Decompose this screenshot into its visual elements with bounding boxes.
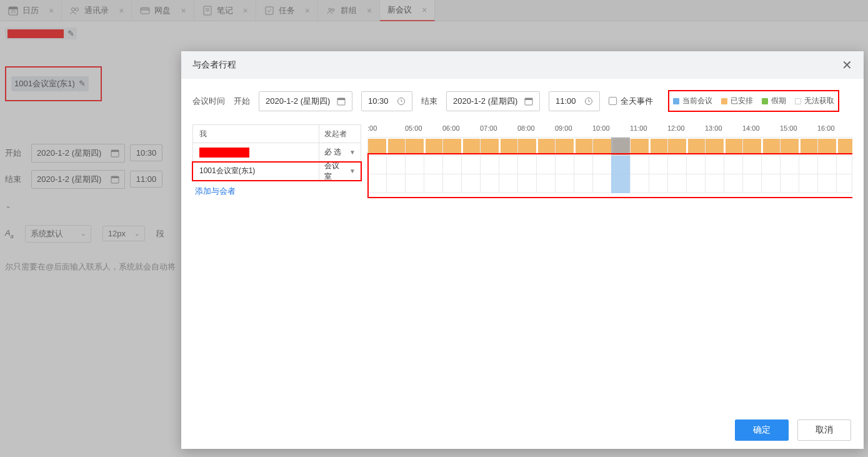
grid-cell bbox=[742, 156, 761, 174]
legend-holiday: 假期 bbox=[762, 96, 786, 106]
grid-cell bbox=[592, 139, 611, 154]
chevron-down-icon[interactable]: ▼ bbox=[349, 168, 356, 174]
grid-cell bbox=[574, 139, 592, 154]
grid-cell bbox=[424, 174, 442, 193]
col-role: 发起者 bbox=[319, 125, 361, 143]
grid-cell bbox=[574, 156, 592, 174]
redacted-name bbox=[199, 148, 249, 158]
time-header: :0005:0006:0007:0008:0009:0010:0011:0012… bbox=[367, 124, 852, 137]
grid-cell bbox=[817, 174, 836, 193]
chevron-down-icon[interactable]: ▼ bbox=[349, 149, 356, 156]
grid-cell bbox=[386, 139, 405, 154]
role-label: 会议室 bbox=[324, 161, 346, 182]
ok-button[interactable]: 确定 bbox=[735, 419, 789, 441]
grid-cell bbox=[536, 156, 555, 174]
modal-end-date[interactable]: 2020-1-2 (星期四) bbox=[446, 91, 540, 111]
schedule-row-organizer bbox=[367, 137, 852, 156]
grid-cell bbox=[799, 156, 817, 174]
grid-cell bbox=[836, 156, 852, 174]
attendee-row-organizer[interactable]: 必 选 ▼ bbox=[192, 143, 361, 162]
swatch-icon bbox=[762, 98, 768, 104]
grid-cell bbox=[686, 174, 705, 193]
grid-cell bbox=[536, 139, 555, 154]
legend-scheduled: 已安排 bbox=[721, 96, 753, 106]
time-label: 12:00 bbox=[667, 124, 705, 137]
grid-cell bbox=[686, 156, 705, 174]
modal-title: 与会者行程 bbox=[192, 59, 236, 71]
grid-cell bbox=[649, 174, 667, 193]
grid-cell bbox=[817, 139, 836, 154]
legend: 当前会议 已安排 假期 无法获取 bbox=[668, 90, 839, 112]
grid-cell bbox=[667, 139, 686, 154]
grid-cell bbox=[517, 174, 536, 193]
swatch-icon bbox=[673, 98, 679, 104]
grid-cell bbox=[386, 156, 405, 174]
grid-cell bbox=[836, 174, 852, 193]
grid-cell bbox=[386, 174, 405, 193]
grid-cell bbox=[555, 174, 574, 193]
grid-cell bbox=[424, 156, 442, 174]
meeting-time-row: 会议时间 开始 2020-1-2 (星期四) 10:30 结束 2020-1-2… bbox=[192, 90, 852, 112]
grid-cell bbox=[724, 174, 742, 193]
svg-rect-21 bbox=[525, 98, 532, 100]
schedule-row-empty bbox=[367, 156, 852, 174]
start-label: 开始 bbox=[234, 96, 250, 107]
grid-cell bbox=[405, 139, 424, 154]
attendee-schedule-modal: 与会者行程 ✕ 会议时间 开始 2020-1-2 (星期四) 10:30 结束 … bbox=[181, 51, 864, 449]
grid-cell bbox=[630, 156, 649, 174]
grid-cell bbox=[705, 139, 724, 154]
modal-start-time[interactable]: 10:30 bbox=[361, 91, 412, 111]
modal-end-time[interactable]: 11:00 bbox=[549, 91, 600, 111]
close-icon[interactable]: ✕ bbox=[842, 58, 852, 73]
time-label: 09:00 bbox=[555, 124, 592, 137]
grid-cell bbox=[836, 139, 852, 154]
grid-cell bbox=[780, 174, 799, 193]
grid-cell bbox=[499, 139, 517, 154]
grid-cell bbox=[442, 156, 461, 174]
schedule-row-room bbox=[367, 174, 852, 193]
grid-cell bbox=[442, 174, 461, 193]
grid-cell bbox=[799, 174, 817, 193]
grid-cell bbox=[761, 174, 780, 193]
grid-cell bbox=[367, 139, 386, 154]
clock-icon bbox=[397, 97, 406, 106]
allday-checkbox[interactable]: 全天事件 bbox=[609, 96, 653, 107]
grid-cell bbox=[799, 139, 817, 154]
time-label: 06:00 bbox=[442, 124, 480, 137]
modal-footer: 确定 取消 bbox=[181, 411, 864, 449]
grid-cell bbox=[630, 139, 649, 154]
grid-cell bbox=[649, 156, 667, 174]
grid-cell bbox=[367, 156, 386, 174]
add-attendee-link[interactable]: 添加与会者 bbox=[192, 181, 238, 202]
grid-cell bbox=[555, 156, 574, 174]
grid-cell bbox=[705, 174, 724, 193]
grid-cell bbox=[480, 156, 499, 174]
end-label: 结束 bbox=[421, 96, 437, 107]
legend-current: 当前会议 bbox=[673, 96, 712, 106]
grid-cell bbox=[499, 156, 517, 174]
grid-cell bbox=[555, 139, 574, 154]
swatch-icon bbox=[721, 98, 727, 104]
schedule-grid[interactable]: :0005:0006:0007:0008:0009:0010:0011:0012… bbox=[367, 124, 852, 202]
time-label: 15:00 bbox=[780, 124, 817, 137]
cancel-button[interactable]: 取消 bbox=[797, 419, 851, 441]
grid-cell bbox=[517, 156, 536, 174]
modal-start-date[interactable]: 2020-1-2 (星期四) bbox=[259, 91, 352, 111]
legend-unavail: 无法获取 bbox=[795, 96, 834, 106]
attendee-row-room[interactable]: 1001会议室(东1) 会议室 ▼ bbox=[192, 162, 361, 181]
time-label: 07:00 bbox=[480, 124, 517, 137]
checkbox-icon bbox=[609, 97, 617, 105]
grid-cell bbox=[761, 139, 780, 154]
grid-cell bbox=[461, 139, 480, 154]
time-label: 05:00 bbox=[405, 124, 442, 137]
grid-cell bbox=[817, 156, 836, 174]
time-label: 13:00 bbox=[705, 124, 742, 137]
grid-cell bbox=[592, 156, 611, 174]
grid-cell bbox=[724, 139, 742, 154]
grid-cell bbox=[761, 156, 780, 174]
grid-cell bbox=[724, 156, 742, 174]
meeting-time-label: 会议时间 bbox=[192, 96, 225, 107]
grid-cell bbox=[499, 174, 517, 193]
current-meeting-slot bbox=[611, 138, 630, 155]
attendee-table: 我 发起者 必 选 ▼ 1001会议室(东1) 会议室 ▼ bbox=[192, 124, 361, 202]
